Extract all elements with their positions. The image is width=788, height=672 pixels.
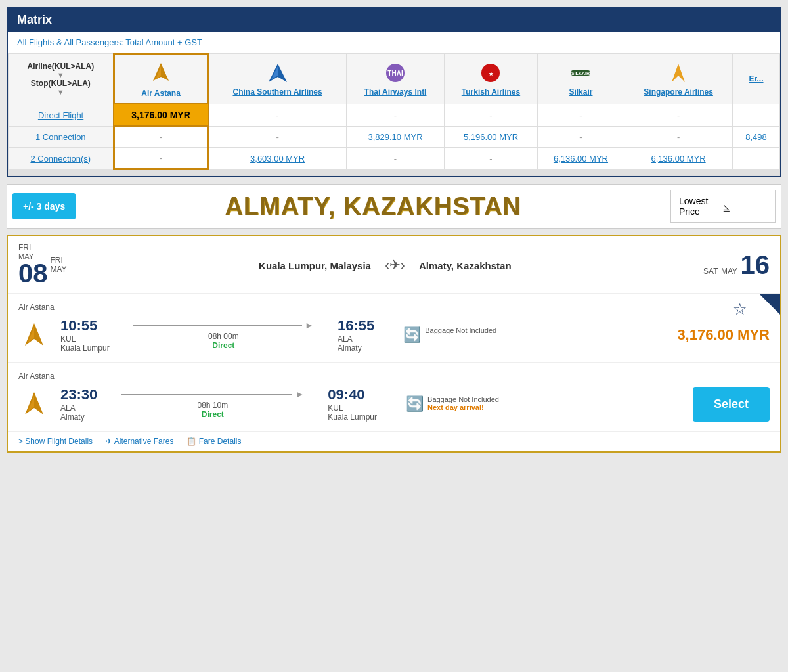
segment2-dep-city: Almaty (60, 413, 97, 422)
segment2-row: 23:30 ALA Almaty ► 08h 10m Direct 09:40 … (18, 386, 770, 422)
segment1-arr-code: ALA (338, 334, 374, 344)
matrix-title: Matrix (8, 8, 780, 32)
segment1-arr-time: 16:55 (338, 317, 374, 334)
sort-label: Lowest Price (679, 196, 723, 217)
row-label-2connections[interactable]: 2 Connection(s) (9, 148, 114, 169)
segment2-arr: 09:40 KUL Kuala Lumpur (328, 386, 377, 422)
select-button[interactable]: Select (693, 387, 770, 422)
segment1-baggage-text: Baggage Not Included (425, 326, 496, 334)
airline-col-silkair: SILKAIR Silkair (537, 54, 624, 104)
stop-label: Stop(KUL>ALA) (11, 79, 110, 88)
arr-month: MAY (721, 267, 737, 276)
segment2-airline: Air Astana (18, 372, 770, 381)
cell-direct-thai-airways: - (346, 104, 444, 126)
route-info: Kuala Lumpur, Malaysia ‹✈› Almaty, Kazak… (67, 257, 703, 273)
cell-2conn-singapore-airlines[interactable]: 6,136.00 MYR (624, 148, 733, 169)
segment2-baggage: 🔄 Baggage Not Included Next day arrival! (406, 395, 499, 413)
china-southern-logo-icon (266, 61, 290, 85)
arr-day-of-week: SAT (703, 267, 718, 276)
cell-direct-china-southern: - (208, 104, 346, 126)
flight-dates-bar: FRI MAY 08 FRI MAY Kuala Lumpur, Malaysi… (8, 236, 780, 294)
turkish-airlines-logo-icon: ★ (479, 61, 502, 85)
airline-col-thai-airways: THAI Thai Airways Intl (346, 54, 444, 104)
cell-1conn-singapore-airlines: - (624, 126, 733, 148)
cell-2conn-china-southern[interactable]: 3,603.00 MYR (208, 148, 346, 169)
segment1-arr-city: Almaty (338, 344, 374, 353)
airline-col-turkish-airlines: ★ Turkish Airlines (445, 54, 537, 104)
airline-link-emirates[interactable]: Er... (749, 74, 764, 83)
table-row-direct: Direct Flight 3,176.00 MYR - - - - - (9, 104, 780, 126)
direct-flight-link[interactable]: Direct Flight (38, 110, 83, 120)
air-astana-flight-logo-icon (20, 321, 49, 349)
flight-card: FRI MAY 08 FRI MAY Kuala Lumpur, Malaysi… (7, 235, 781, 453)
baggage-icon: 🔄 (403, 326, 421, 344)
airline-link-silkair[interactable]: Silkair (569, 87, 592, 97)
corner-decoration (759, 294, 780, 315)
segment2-arr-time: 09:40 (328, 386, 377, 403)
airline-col-air-astana: Air Astana (114, 54, 208, 104)
cell-1conn-silkair: - (537, 126, 624, 148)
origin-city: Kuala Lumpur, Malaysia (259, 260, 371, 271)
segment2-dep: 23:30 ALA Almaty (60, 386, 97, 422)
svg-text:THAI: THAI (387, 70, 403, 77)
segment1-row: 10:55 KUL Kuala Lumpur ► 08h 00m Direct … (18, 317, 770, 353)
plane-icon: ‹✈› (385, 258, 405, 272)
segment1-airline-icon (18, 319, 50, 351)
silkair-logo-icon: SILKAIR (569, 61, 592, 85)
segment1-flight-type: Direct (133, 341, 314, 350)
air-astana-logo-icon (148, 60, 174, 86)
segment1-duration: 08h 00m (133, 332, 314, 341)
row-label-direct[interactable]: Direct Flight (9, 104, 114, 126)
segment1-airline: Air Astana (18, 303, 770, 312)
sort-dropdown[interactable]: Lowest Price ⦥ (670, 190, 776, 223)
svg-text:★: ★ (489, 71, 494, 77)
favorite-button[interactable]: ☆ (733, 300, 747, 319)
cell-direct-air-astana[interactable]: 3,176.00 MYR (114, 104, 208, 126)
cell-1conn-emirates[interactable]: 8,498 (733, 126, 780, 148)
table-row-1connection: 1 Connection - - 3,829.10 MYR 5,196.00 M… (9, 126, 780, 148)
fare-details-link[interactable]: 📋 Fare Details (186, 437, 241, 446)
segment2-duration-block: ► 08h 10m Direct (121, 389, 304, 419)
thai-airways-logo-icon: THAI (383, 61, 407, 85)
cell-1conn-turkish-airlines[interactable]: 5,196.00 MYR (445, 126, 537, 148)
segment2-flight-type: Direct (121, 410, 304, 419)
cell-2conn-silkair[interactable]: 6,136.00 MYR (537, 148, 624, 169)
days-button[interactable]: +/- 3 days (12, 193, 76, 219)
alternative-fares-link[interactable]: ✈ Alternative Fares (106, 437, 173, 446)
airline-col-emirates: Er... (733, 54, 780, 104)
cell-1conn-thai-airways[interactable]: 3,829.10 MYR (346, 126, 444, 148)
airline-link-singapore-airlines[interactable]: Singapore Airlines (644, 87, 713, 97)
air-astana-return-logo-icon (20, 390, 49, 418)
destination-city: Almaty, Kazakhstan (419, 260, 512, 271)
airline-link-turkish-airlines[interactable]: Turkish Airlines (462, 87, 520, 97)
1-connection-link[interactable]: 1 Connection (35, 132, 86, 142)
dep-day-of-week: FRI (18, 243, 48, 252)
cell-direct-turkish-airlines: - (445, 104, 537, 126)
next-day-arrival: Next day arrival! (427, 403, 499, 411)
2-connections-link[interactable]: 2 Connection(s) (30, 154, 91, 164)
matrix-table: Airline(KUL>ALA) ▼ Stop(KUL>ALA) ▼ Air A… (8, 53, 780, 176)
airline-link-thai-airways[interactable]: Thai Airways Intl (364, 87, 427, 97)
chevron-down-icon: ⦥ (723, 200, 767, 213)
cell-1conn-china-southern: - (208, 126, 346, 148)
show-flight-details-link[interactable]: > Show Flight Details (18, 437, 93, 446)
cell-2conn-emirates (733, 148, 780, 169)
city-title: ALMATY, KAZAKHSTAN (81, 192, 665, 221)
scrollbar-row (9, 169, 780, 176)
row-label-1connection[interactable]: 1 Connection (9, 126, 114, 148)
departure-date-block: FRI MAY 08 (18, 243, 48, 286)
matrix-col-label: Airline(KUL>ALA) ▼ Stop(KUL>ALA) ▼ (9, 54, 114, 104)
segment2-dep-time: 23:30 (60, 386, 97, 403)
airline-link-china-southern[interactable]: China Southern Airlines (232, 87, 322, 97)
cell-2conn-air-astana: - (114, 148, 208, 169)
segment1-dep-city: Kuala Lumpur (60, 344, 110, 353)
matrix-section: Matrix All Flights & All Passengers: Tot… (7, 7, 781, 177)
segment1-duration-block: ► 08h 00m Direct (133, 320, 314, 350)
airline-link-air-astana[interactable]: Air Astana (141, 89, 181, 98)
cell-1conn-air-astana: - (114, 126, 208, 148)
flight-segment-1: Air Astana ☆ 10:55 KUL Kuala Lumpur ► 08 (8, 294, 780, 363)
segment1-dep: 10:55 KUL Kuala Lumpur (60, 317, 110, 353)
flight-search-bar: +/- 3 days ALMATY, KAZAKHSTAN Lowest Pri… (7, 184, 781, 229)
segment1-arr: 16:55 ALA Almaty (338, 317, 374, 353)
segment2-duration: 08h 10m (121, 401, 304, 410)
